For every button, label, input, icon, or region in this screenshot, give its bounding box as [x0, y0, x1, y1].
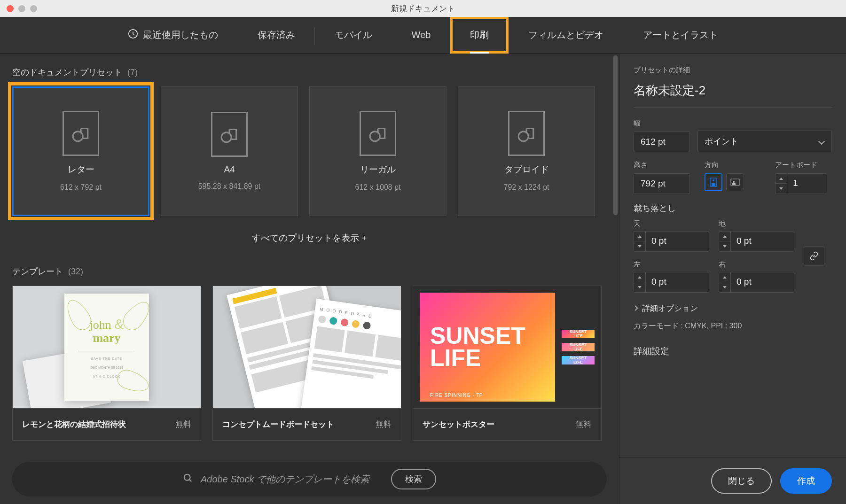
bleed-heading: 裁ち落とし [634, 202, 832, 214]
bleed-right-label: 右 [719, 260, 794, 269]
advanced-options-toggle[interactable]: 詳細オプション [634, 303, 832, 314]
tab-saved[interactable]: 保存済み [238, 17, 315, 54]
preset-name: タブロイド [504, 163, 549, 176]
tab-recent-label: 最近使用したもの [143, 29, 218, 41]
right-panel: プリセットの詳細 名称未設定-2 幅 612 pt ポイント 高さ 792 p [619, 54, 846, 504]
close-window-button[interactable] [7, 5, 14, 12]
template-thumb: M O O D B O A R D [213, 286, 401, 408]
bleed-left-input[interactable]: 0 pt [634, 272, 709, 293]
panel-footer: 閉じる 作成 [619, 457, 846, 504]
orientation-landscape-button[interactable] [726, 173, 744, 191]
svg-point-10 [733, 181, 735, 183]
bleed-top-label: 天 [634, 219, 709, 228]
scrollbar[interactable] [613, 55, 618, 215]
preset-tabloid[interactable]: タブロイド 792 x 1224 pt [458, 86, 595, 216]
preset-dimensions: 612 x 792 pt [60, 183, 102, 192]
bleed-left-label: 左 [634, 260, 709, 269]
template-sunset-poster[interactable]: SUNSET LIFE FIRE SPINNING · 7P SUNSETLIF… [413, 286, 602, 441]
step-down-button[interactable] [634, 241, 645, 251]
orientation-label: 方向 [705, 161, 761, 170]
step-down-button[interactable] [634, 282, 645, 292]
tab-mobile[interactable]: モバイル [315, 17, 392, 54]
preset-name: レター [68, 163, 94, 176]
bleed-bottom-value[interactable]: 0 pt [730, 231, 794, 252]
width-input[interactable]: 612 pt [634, 132, 690, 152]
step-up-button[interactable] [776, 174, 787, 184]
document-icon [63, 111, 99, 156]
unit-value: ポイント [705, 136, 738, 147]
template-moodboard[interactable]: M O O D B O A R D [212, 286, 401, 441]
step-down-button[interactable] [719, 282, 730, 292]
close-button[interactable]: 閉じる [711, 468, 772, 494]
height-input[interactable]: 792 pt [634, 173, 690, 194]
tab-web-label: Web [412, 30, 431, 40]
tab-recent[interactable]: 最近使用したもの [108, 17, 238, 54]
step-down-button[interactable] [719, 241, 730, 251]
more-settings-heading[interactable]: 詳細設定 [634, 345, 832, 357]
document-name[interactable]: 名称未設定-2 [634, 82, 832, 108]
left-pane: 空のドキュメントプリセット (7) レター 612 x 792 pt A4 59… [0, 54, 619, 504]
template-name: レモンと花柄の結婚式招待状 [22, 419, 126, 430]
minimize-window-button[interactable] [18, 5, 25, 12]
artboards-stepper[interactable]: 1 [775, 173, 832, 194]
height-label: 高さ [634, 161, 690, 170]
preset-letter[interactable]: レター 612 x 792 pt [12, 86, 149, 216]
main-area: 空のドキュメントプリセット (7) レター 612 x 792 pt A4 59… [0, 54, 846, 504]
tab-mobile-label: モバイル [335, 29, 372, 41]
tab-film-label: フィルムとビデオ [528, 29, 603, 41]
tab-print-label: 印刷 [470, 29, 489, 41]
preset-a4[interactable]: A4 595.28 x 841.89 pt [161, 86, 298, 216]
step-up-button[interactable] [719, 272, 730, 282]
step-up-button[interactable] [634, 232, 645, 241]
template-wedding-invitation[interactable]: john & mary SAVE THE DATE DEC MONTH 00 2… [12, 286, 201, 441]
template-price: 無料 [576, 419, 592, 430]
svg-line-6 [189, 479, 192, 481]
category-tabs: 最近使用したもの 保存済み モバイル Web 印刷 フィルムとビデオ アートとイ… [0, 17, 846, 54]
template-price: 無料 [175, 419, 191, 430]
preset-legal[interactable]: リーガル 612 x 1008 pt [309, 86, 446, 216]
bleed-right-value[interactable]: 0 pt [730, 272, 794, 293]
bleed-bottom-label: 地 [719, 219, 794, 228]
tab-art[interactable]: アートとイラスト [623, 17, 738, 54]
preset-dimensions: 612 x 1008 pt [355, 183, 401, 192]
zoom-window-button[interactable] [30, 5, 37, 12]
stock-search-bar: Adobe Stock で他のテンプレートを検索 検索 [12, 462, 607, 496]
template-caption: コンセプトムードボードセット 無料 [213, 408, 401, 440]
window-controls [7, 5, 37, 12]
step-up-button[interactable] [634, 272, 645, 282]
search-icon [183, 473, 193, 486]
bleed-right-input[interactable]: 0 pt [719, 272, 794, 293]
titlebar: 新規ドキュメント [0, 0, 846, 17]
document-icon [508, 111, 545, 156]
preset-details: プリセットの詳細 名称未設定-2 幅 612 pt ポイント 高さ 792 p [619, 54, 846, 457]
artboards-input[interactable]: 1 [787, 173, 827, 194]
bleed-bottom-input[interactable]: 0 pt [719, 231, 794, 252]
template-price: 無料 [376, 419, 392, 430]
link-bleed-button[interactable] [804, 246, 824, 266]
preset-name: リーガル [360, 163, 396, 176]
search-button[interactable]: 検索 [391, 469, 436, 489]
template-caption: レモンと花柄の結婚式招待状 無料 [13, 408, 201, 440]
step-down-button[interactable] [776, 184, 787, 194]
templates-heading: テンプレート (32) [12, 266, 607, 277]
svg-point-5 [184, 474, 190, 480]
bleed-left-value[interactable]: 0 pt [645, 272, 709, 293]
search-placeholder[interactable]: Adobe Stock で他のテンプレートを検索 [201, 473, 369, 486]
show-all-presets-link[interactable]: すべてのプリセットを表示 + [12, 232, 607, 244]
step-up-button[interactable] [719, 232, 730, 241]
document-icon [360, 111, 396, 156]
tab-print[interactable]: 印刷 [450, 17, 509, 54]
bleed-top-input[interactable]: 0 pt [634, 231, 709, 252]
create-button[interactable]: 作成 [780, 468, 832, 494]
preset-name: A4 [224, 164, 235, 175]
orientation-portrait-button[interactable] [705, 173, 722, 191]
bleed-top-value[interactable]: 0 pt [645, 231, 709, 252]
tab-web[interactable]: Web [392, 17, 451, 54]
tab-film[interactable]: フィルムとビデオ [509, 17, 623, 54]
width-label: 幅 [634, 119, 690, 128]
templates-count: (32) [68, 267, 83, 276]
unit-dropdown[interactable]: ポイント [697, 131, 832, 152]
templates-heading-text: テンプレート [12, 267, 63, 276]
svg-point-8 [713, 179, 714, 181]
template-thumb: john & mary SAVE THE DATE DEC MONTH 00 2… [13, 286, 201, 408]
